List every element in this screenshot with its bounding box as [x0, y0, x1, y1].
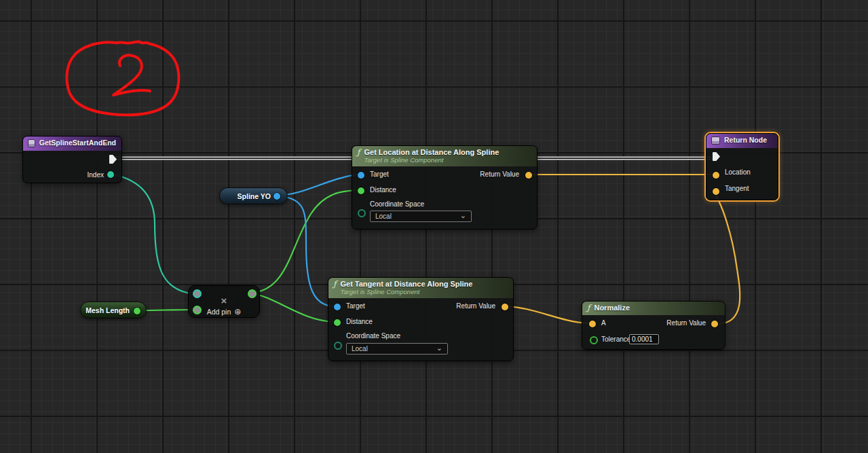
return-value-output-pin[interactable]	[711, 321, 718, 327]
variable-spline-yo[interactable]: Spline YO	[219, 187, 288, 204]
coordinate-space-input-pin[interactable]	[358, 209, 366, 217]
wire-tangent-to-normalize-a	[505, 306, 588, 323]
function-result-icon	[711, 137, 720, 145]
node-header[interactable]: GetSplineStartAndEnd	[23, 137, 121, 151]
wire-splineyo-to-location-target	[278, 175, 357, 196]
return-value-output-pin[interactable]	[525, 172, 532, 179]
pin-label-distance: Distance	[370, 186, 396, 194]
wire-splineyo-to-tangent-target	[278, 196, 333, 306]
wire-multiply-to-tangent-distance	[252, 293, 333, 322]
target-input-pin[interactable]	[334, 304, 341, 310]
pin-label-target: Target	[370, 170, 389, 178]
node-return[interactable]: Return Node Location Tangent	[706, 133, 778, 200]
tolerance-input-pin[interactable]	[590, 336, 598, 344]
coordinate-space-input-pin[interactable]	[334, 342, 342, 350]
node-header[interactable]: ƒ Get Location at Distance Along Spline …	[352, 146, 537, 166]
chevron-down-icon: ⌄	[436, 345, 442, 350]
coordinate-space-dropdown[interactable]: Local ⌄	[370, 211, 472, 222]
pin-label-tolerance: Tolerance	[601, 336, 630, 343]
multiply-operator: ×	[189, 295, 259, 306]
exec-output-pin[interactable]	[109, 155, 117, 164]
dropdown-value: Local	[352, 345, 368, 352]
exec-input-pin[interactable]	[713, 152, 720, 161]
function-icon: ƒ	[587, 304, 590, 312]
chevron-down-icon: ⌄	[460, 213, 466, 218]
pin-label-distance: Distance	[346, 318, 373, 325]
tangent-input-pin[interactable]	[713, 188, 719, 195]
node-subtitle: Target is Spline Component	[340, 289, 472, 296]
index-output-pin[interactable]	[107, 171, 114, 178]
node-get-location-at-distance-along-spline[interactable]: ƒ Get Location at Distance Along Spline …	[352, 145, 537, 230]
function-icon: ƒ	[357, 148, 360, 157]
node-multiply[interactable]: × Add pin ⊕	[188, 285, 260, 318]
mesh-length-output-pin[interactable]	[134, 308, 140, 314]
distance-input-pin[interactable]	[334, 319, 341, 326]
function-entry-icon	[28, 139, 35, 147]
node-title: Return Node	[724, 136, 767, 144]
node-title: Normalize	[594, 304, 630, 312]
node-normalize[interactable]: ƒ Normalize A Return Value Tolerance	[582, 301, 725, 350]
pin-label-a: A	[601, 319, 606, 327]
node-get-tangent-at-distance-along-spline[interactable]: ƒ Get Tangent at Distance Along Spline T…	[328, 277, 514, 361]
node-title: GetSplineStartAndEnd	[39, 139, 116, 147]
tolerance-value-input[interactable]	[629, 334, 659, 344]
pin-label-return-value: Return Value	[666, 319, 706, 327]
return-value-output-pin[interactable]	[502, 304, 508, 310]
node-title: Get Tangent at Distance Along Spline	[340, 280, 472, 289]
add-pin-icon: ⊕	[234, 308, 241, 316]
node-header[interactable]: Return Node	[706, 134, 778, 148]
target-input-pin[interactable]	[358, 172, 364, 179]
pin-label-return-value: Return Value	[456, 302, 495, 310]
pin-label-tangent: Tangent	[725, 185, 749, 192]
coordinate-space-dropdown[interactable]: Local ⌄	[346, 343, 448, 355]
node-header[interactable]: ƒ Normalize	[582, 302, 725, 315]
node-header[interactable]: ƒ Get Tangent at Distance Along Spline T…	[328, 278, 513, 298]
node-getsplinestartandend[interactable]: GetSplineStartAndEnd Index	[22, 136, 122, 183]
pin-label-location: Location	[725, 168, 751, 176]
wire-index-to-multiply	[113, 175, 195, 294]
pin-label-coordinate-space: Coordinate Space	[346, 332, 400, 340]
blueprint-graph-canvas[interactable]: GetSplineStartAndEnd Index Spline YO Mes…	[0, 0, 868, 453]
node-subtitle: Target is Spline Component	[364, 157, 499, 164]
distance-input-pin[interactable]	[358, 187, 364, 194]
pin-label-target: Target	[346, 302, 365, 310]
add-pin-button[interactable]: Add pin ⊕	[189, 308, 259, 316]
function-icon: ƒ	[333, 280, 336, 289]
pin-label-coordinate-space: Coordinate Space	[370, 200, 424, 208]
add-pin-label: Add pin	[207, 308, 231, 316]
a-input-pin[interactable]	[589, 321, 596, 327]
pin-label-index: Index	[88, 171, 104, 179]
spline-yo-output-pin[interactable]	[273, 193, 280, 200]
variable-mesh-length[interactable]: Mesh Length	[80, 302, 147, 319]
node-title: Get Location at Distance Along Spline	[364, 148, 499, 157]
dropdown-value: Local	[375, 213, 392, 220]
pin-label-return-value: Return Value	[480, 170, 519, 178]
location-input-pin[interactable]	[713, 172, 719, 179]
